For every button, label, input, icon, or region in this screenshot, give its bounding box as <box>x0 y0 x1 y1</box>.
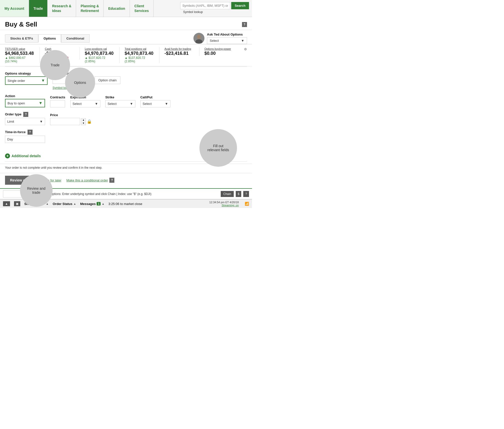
status-time: 12:34:54 pm ET 4/20/18 <box>209 201 239 204</box>
plus-icon: + <box>5 153 10 158</box>
callput-select[interactable]: Select ▼ <box>140 100 170 107</box>
review-order-button[interactable]: Review order <box>5 176 37 185</box>
symbol-label: Underlying symbol <box>53 72 120 75</box>
nav-item-education[interactable]: Education <box>104 0 130 17</box>
chain-button[interactable]: Chain <box>221 191 233 197</box>
avail-value: -$23,416.81 <box>164 51 194 56</box>
quote-help-button[interactable]: ? <box>243 191 249 197</box>
ordertype-help[interactable]: ? <box>23 112 28 117</box>
ordertype-arrow: ▼ <box>40 120 43 123</box>
ted-label: Ask Ted About Options <box>207 33 247 36</box>
ordertype-group: Order type ? Limit ▼ <box>5 112 45 125</box>
callput-label: Call/Put <box>140 95 170 99</box>
conditional-order-link[interactable]: Make this a conditional order <box>66 178 108 182</box>
save-later-button[interactable]: Save for later <box>42 178 61 182</box>
strike-arrow: ▼ <box>130 102 133 106</box>
tif-group: Time-in-force ? Day <box>5 130 45 143</box>
price-up[interactable]: ▲ <box>81 118 86 122</box>
symbol-lookup-link[interactable]: Symbol lookup <box>53 86 120 90</box>
search-input[interactable] <box>180 2 230 9</box>
options-buying-label: Options buying power <box>204 47 234 50</box>
svg-point-1 <box>195 39 202 43</box>
tstuser-label: TSTUSER value <box>5 47 35 50</box>
svg-point-0 <box>197 35 201 39</box>
streaming-status[interactable]: Streaming: on <box>222 204 239 207</box>
tstuser-value: $4,968,533.48 <box>5 51 35 56</box>
account-total: Total positions val $4,970,873.40 ▲ $137… <box>125 47 159 63</box>
action-label: Action <box>5 94 45 98</box>
strike-select[interactable]: Select ▼ <box>105 100 135 107</box>
tif-select[interactable]: Day <box>5 136 45 143</box>
nav-item-client[interactable]: ClientServices <box>130 0 154 17</box>
page-title: Buy & Sell <box>5 21 242 28</box>
cash-value: -$1... <box>45 51 74 56</box>
ted-section: Ask Ted About Options Select ▼ <box>193 33 247 44</box>
tstuser-change: ▲ $482,000.67 (10.74%) <box>5 56 35 63</box>
tabs-row: Stocks & ETFs Options Conditional Ask Te… <box>0 30 252 44</box>
option-chain-button[interactable]: Option chain <box>95 76 120 84</box>
tif-label: Time-in-force ? <box>5 130 45 135</box>
status-square-icon[interactable]: ▣ <box>14 201 20 206</box>
account-bar: TSTUSER value $4,968,533.48 ▲ $482,000.6… <box>0 44 252 66</box>
ted-select-arrow: ▼ <box>241 39 244 43</box>
conditional-help-button[interactable]: ? <box>109 178 114 183</box>
wifi-icon: 📶 <box>245 202 249 206</box>
strategy-label: Options strategy <box>5 72 48 75</box>
help-button[interactable]: ? <box>242 22 247 27</box>
symbol-group: Underlying symbol Option chain Symbol lo… <box>53 72 120 90</box>
price-input[interactable] <box>50 118 80 125</box>
ordertype-select[interactable]: Limit ▼ <box>5 118 45 125</box>
options-buying-value: $0.00 <box>204 51 234 56</box>
order-status-arrow: ▲ <box>73 202 76 205</box>
symbol-input[interactable] <box>53 77 93 84</box>
nav-search: Search Symbol lookup <box>177 0 252 17</box>
status-bar: ▲ ▣ SnapTicket® ▲ Order Status ▲ Message… <box>0 199 252 208</box>
status-right: 12:34:54 pm ET 4/20/18 Streaming: on <box>209 201 239 207</box>
snapticket-item[interactable]: SnapTicket® ▲ <box>24 202 49 206</box>
quote-button[interactable]: Quote <box>25 191 41 197</box>
action-select[interactable]: Buy to open ▼ <box>5 99 45 107</box>
strategy-select[interactable]: Single order ▼ <box>5 76 48 85</box>
symbol-lookup-nav[interactable]: Symbol lookup <box>180 10 249 15</box>
gear-icon[interactable]: ⚙ <box>244 47 247 51</box>
tab-conditional[interactable]: Conditional <box>61 34 90 43</box>
long-change: ▲ $137,820.72 (2.85%) <box>85 56 114 63</box>
nav-item-myaccount[interactable]: My Account <box>0 0 29 17</box>
contracts-input[interactable] <box>50 100 65 107</box>
page-header: Buy & Sell ? <box>0 17 252 30</box>
quote-dropdown-arrow[interactable]: ▼ <box>43 191 48 197</box>
quote-message: Options: Enter underlying symbol and cli… <box>50 192 219 196</box>
callput-arrow: ▼ <box>165 102 168 106</box>
strike-label: Strike <box>105 95 135 99</box>
order-status-item[interactable]: Order Status ▲ <box>53 202 76 206</box>
messages-item[interactable]: Messages 1 ▲ <box>80 202 104 206</box>
quote-bar: Quote ▼ Options: Enter underlying symbol… <box>0 188 252 199</box>
total-change: ▲ $137,820.72 (2.85%) <box>125 56 154 63</box>
messages-arrow: ▲ <box>102 202 104 205</box>
nav-item-trade[interactable]: Trade <box>29 0 48 17</box>
account-tstuser: TSTUSER value $4,968,533.48 ▲ $482,000.6… <box>5 47 40 63</box>
tab-stocks-etfs[interactable]: Stocks & ETFs <box>5 34 38 43</box>
lock-icon: 🔒 <box>87 119 92 124</box>
conditional-wrap: Make this a conditional order ? <box>66 178 114 183</box>
ordertype-label: Order type ? <box>5 112 45 117</box>
status-up-arrow[interactable]: ▲ <box>3 201 10 206</box>
tif-help[interactable]: ? <box>28 130 33 135</box>
market-close-item: 3:25:06 to market close <box>108 202 142 206</box>
action-arrow: ▼ <box>39 101 43 105</box>
long-label: Long positions val <box>85 47 114 50</box>
price-down[interactable]: ▼ <box>81 122 86 125</box>
dollar-button[interactable]: $ <box>236 191 241 197</box>
additional-details-toggle[interactable]: + Additional details <box>5 153 247 158</box>
tab-options[interactable]: Options <box>38 34 61 42</box>
nav-item-research[interactable]: Research &Ideas <box>48 0 76 17</box>
nav-item-planning[interactable]: Planning &Retirement <box>76 0 104 17</box>
expiration-select[interactable]: Select ▼ <box>70 100 100 107</box>
quote-input[interactable] <box>3 190 23 197</box>
expiration-group: Expiration Select ▼ <box>70 95 100 107</box>
app-container: My Account Trade Research &Ideas Plannin… <box>0 0 252 208</box>
ted-select[interactable]: Select ▼ <box>207 37 247 44</box>
search-button[interactable]: Search <box>231 2 249 9</box>
account-avail: Avail funds for trading -$23,416.81 <box>164 47 199 56</box>
form-section: Options strategy Single order ▼ Underlyi… <box>0 67 252 152</box>
